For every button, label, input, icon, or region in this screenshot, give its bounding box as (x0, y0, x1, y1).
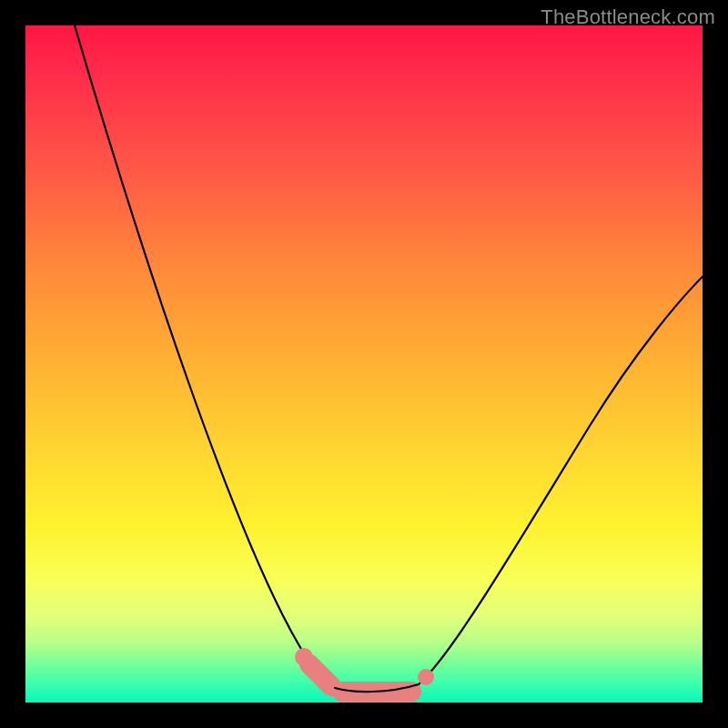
chart-frame: TheBottleneck.com (0, 0, 728, 728)
optimum-highlight-left-dot (295, 648, 313, 666)
optimum-highlight-right-dot (418, 669, 434, 685)
plot-area (25, 25, 703, 703)
curve-right-branch (419, 277, 703, 684)
optimum-highlight-left-stub (309, 664, 331, 686)
curve-left-branch (75, 25, 335, 688)
curve-layer (25, 25, 703, 703)
